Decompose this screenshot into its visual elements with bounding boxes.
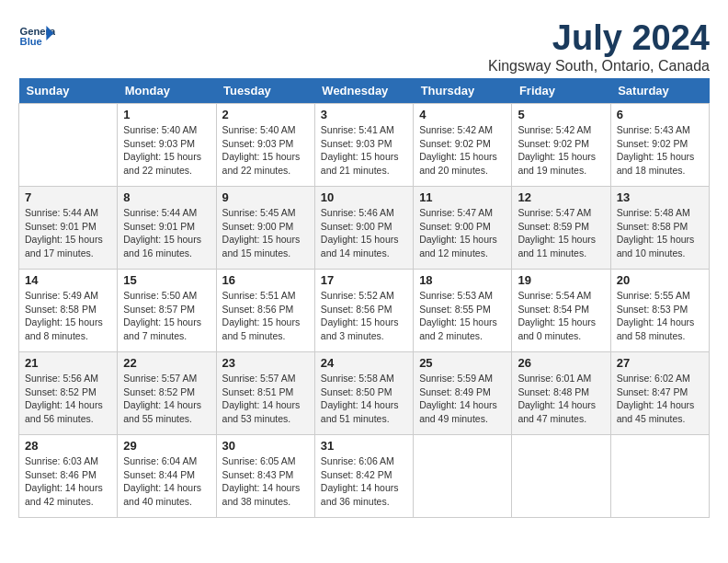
weekday-header-sunday: Sunday xyxy=(19,78,118,104)
day-info: Sunrise: 5:40 AM Sunset: 9:03 PM Dayligh… xyxy=(123,123,210,178)
calendar-cell: 25Sunrise: 5:59 AM Sunset: 8:49 PM Dayli… xyxy=(414,352,512,435)
calendar-cell xyxy=(610,435,709,518)
day-number: 7 xyxy=(25,190,111,204)
calendar-cell: 23Sunrise: 5:57 AM Sunset: 8:51 PM Dayli… xyxy=(216,352,314,435)
calendar-cell: 3Sunrise: 5:41 AM Sunset: 9:03 PM Daylig… xyxy=(314,104,413,187)
calendar-cell: 24Sunrise: 5:58 AM Sunset: 8:50 PM Dayli… xyxy=(314,352,413,435)
weekday-header-monday: Monday xyxy=(118,78,216,104)
day-number: 25 xyxy=(419,356,506,370)
calendar-cell: 19Sunrise: 5:54 AM Sunset: 8:54 PM Dayli… xyxy=(512,270,610,352)
day-info: Sunrise: 5:55 AM Sunset: 8:53 PM Dayligh… xyxy=(617,289,703,343)
day-number: 27 xyxy=(617,356,703,370)
day-number: 10 xyxy=(321,190,407,204)
day-number: 30 xyxy=(222,439,309,453)
day-number: 14 xyxy=(25,273,111,287)
calendar-week-row: 14Sunrise: 5:49 AM Sunset: 8:58 PM Dayli… xyxy=(19,270,710,352)
calendar-cell xyxy=(512,435,610,518)
day-info: Sunrise: 5:52 AM Sunset: 8:56 PM Dayligh… xyxy=(321,289,407,343)
day-number: 11 xyxy=(419,190,506,204)
day-info: Sunrise: 6:06 AM Sunset: 8:42 PM Dayligh… xyxy=(321,454,407,509)
calendar-cell: 8Sunrise: 5:44 AM Sunset: 9:01 PM Daylig… xyxy=(118,187,216,270)
calendar-cell: 16Sunrise: 5:51 AM Sunset: 8:56 PM Dayli… xyxy=(216,270,314,352)
calendar-week-row: 21Sunrise: 5:56 AM Sunset: 8:52 PM Dayli… xyxy=(19,352,710,435)
calendar-cell: 14Sunrise: 5:49 AM Sunset: 8:58 PM Dayli… xyxy=(19,270,118,352)
day-info: Sunrise: 6:03 AM Sunset: 8:46 PM Dayligh… xyxy=(25,454,111,509)
day-info: Sunrise: 5:57 AM Sunset: 8:52 PM Dayligh… xyxy=(123,372,210,426)
calendar-week-row: 7Sunrise: 5:44 AM Sunset: 9:01 PM Daylig… xyxy=(19,187,710,270)
weekday-header-wednesday: Wednesday xyxy=(314,78,413,104)
calendar-cell: 2Sunrise: 5:40 AM Sunset: 9:03 PM Daylig… xyxy=(216,104,314,187)
day-info: Sunrise: 5:41 AM Sunset: 9:03 PM Dayligh… xyxy=(321,123,407,178)
calendar-title: July 2024 xyxy=(488,18,710,58)
calendar-cell: 26Sunrise: 6:01 AM Sunset: 8:48 PM Dayli… xyxy=(512,352,610,435)
day-info: Sunrise: 5:56 AM Sunset: 8:52 PM Dayligh… xyxy=(25,372,111,426)
day-number: 24 xyxy=(321,356,407,370)
logo: General Blue xyxy=(18,18,59,55)
day-info: Sunrise: 5:58 AM Sunset: 8:50 PM Dayligh… xyxy=(321,372,407,426)
day-info: Sunrise: 5:59 AM Sunset: 8:49 PM Dayligh… xyxy=(419,372,506,426)
calendar-subtitle: Kingsway South, Ontario, Canada xyxy=(488,58,710,75)
calendar-cell: 9Sunrise: 5:45 AM Sunset: 9:00 PM Daylig… xyxy=(216,187,314,270)
title-section: July 2024 Kingsway South, Ontario, Canad… xyxy=(488,18,710,75)
day-number: 18 xyxy=(419,273,506,287)
logo-icon: General Blue xyxy=(18,18,55,55)
calendar-table: SundayMondayTuesdayWednesdayThursdayFrid… xyxy=(18,78,710,518)
day-number: 31 xyxy=(321,439,407,453)
day-number: 26 xyxy=(518,356,604,370)
day-info: Sunrise: 6:04 AM Sunset: 8:44 PM Dayligh… xyxy=(123,454,210,509)
day-number: 28 xyxy=(25,439,111,453)
page-header: General Blue July 2024 Kingsway South, O… xyxy=(18,18,710,75)
day-number: 19 xyxy=(518,273,604,287)
day-info: Sunrise: 5:40 AM Sunset: 9:03 PM Dayligh… xyxy=(222,123,309,178)
calendar-cell: 12Sunrise: 5:47 AM Sunset: 8:59 PM Dayli… xyxy=(512,187,610,270)
day-info: Sunrise: 5:57 AM Sunset: 8:51 PM Dayligh… xyxy=(222,372,309,426)
day-number: 4 xyxy=(419,108,506,121)
day-number: 5 xyxy=(518,108,604,121)
day-number: 6 xyxy=(617,108,703,121)
day-number: 16 xyxy=(222,273,309,287)
day-number: 15 xyxy=(123,273,210,287)
day-info: Sunrise: 5:53 AM Sunset: 8:55 PM Dayligh… xyxy=(419,289,506,343)
calendar-cell: 15Sunrise: 5:50 AM Sunset: 8:57 PM Dayli… xyxy=(118,270,216,352)
calendar-cell: 4Sunrise: 5:42 AM Sunset: 9:02 PM Daylig… xyxy=(414,104,512,187)
day-info: Sunrise: 5:51 AM Sunset: 8:56 PM Dayligh… xyxy=(222,289,309,343)
day-info: Sunrise: 5:50 AM Sunset: 8:57 PM Dayligh… xyxy=(123,289,210,343)
calendar-cell: 5Sunrise: 5:42 AM Sunset: 9:02 PM Daylig… xyxy=(512,104,610,187)
calendar-cell: 21Sunrise: 5:56 AM Sunset: 8:52 PM Dayli… xyxy=(19,352,118,435)
day-info: Sunrise: 5:47 AM Sunset: 9:00 PM Dayligh… xyxy=(419,206,506,260)
calendar-cell: 17Sunrise: 5:52 AM Sunset: 8:56 PM Dayli… xyxy=(314,270,413,352)
calendar-cell: 27Sunrise: 6:02 AM Sunset: 8:47 PM Dayli… xyxy=(610,352,709,435)
calendar-cell: 13Sunrise: 5:48 AM Sunset: 8:58 PM Dayli… xyxy=(610,187,709,270)
day-number: 9 xyxy=(222,190,309,204)
day-info: Sunrise: 5:43 AM Sunset: 9:02 PM Dayligh… xyxy=(617,123,703,178)
weekday-header-friday: Friday xyxy=(512,78,610,104)
day-number: 8 xyxy=(123,190,210,204)
day-number: 2 xyxy=(222,108,309,121)
weekday-header-saturday: Saturday xyxy=(610,78,709,104)
day-info: Sunrise: 5:49 AM Sunset: 8:58 PM Dayligh… xyxy=(25,289,111,343)
calendar-cell: 1Sunrise: 5:40 AM Sunset: 9:03 PM Daylig… xyxy=(118,104,216,187)
day-info: Sunrise: 6:05 AM Sunset: 8:43 PM Dayligh… xyxy=(222,454,309,509)
day-number: 1 xyxy=(123,108,210,121)
day-number: 12 xyxy=(518,190,604,204)
day-info: Sunrise: 5:44 AM Sunset: 9:01 PM Dayligh… xyxy=(123,206,210,260)
day-info: Sunrise: 5:45 AM Sunset: 9:00 PM Dayligh… xyxy=(222,206,309,260)
day-number: 20 xyxy=(617,273,703,287)
day-info: Sunrise: 5:48 AM Sunset: 8:58 PM Dayligh… xyxy=(617,206,703,260)
calendar-week-row: 1Sunrise: 5:40 AM Sunset: 9:03 PM Daylig… xyxy=(19,104,710,187)
calendar-cell: 6Sunrise: 5:43 AM Sunset: 9:02 PM Daylig… xyxy=(610,104,709,187)
day-info: Sunrise: 5:42 AM Sunset: 9:02 PM Dayligh… xyxy=(419,123,506,178)
calendar-cell: 29Sunrise: 6:04 AM Sunset: 8:44 PM Dayli… xyxy=(118,435,216,518)
day-info: Sunrise: 5:42 AM Sunset: 9:02 PM Dayligh… xyxy=(518,123,604,178)
day-info: Sunrise: 6:01 AM Sunset: 8:48 PM Dayligh… xyxy=(518,372,604,426)
day-number: 23 xyxy=(222,356,309,370)
weekday-header-tuesday: Tuesday xyxy=(216,78,314,104)
calendar-cell: 28Sunrise: 6:03 AM Sunset: 8:46 PM Dayli… xyxy=(19,435,118,518)
calendar-cell: 11Sunrise: 5:47 AM Sunset: 9:00 PM Dayli… xyxy=(414,187,512,270)
weekday-header-thursday: Thursday xyxy=(414,78,512,104)
day-info: Sunrise: 6:02 AM Sunset: 8:47 PM Dayligh… xyxy=(617,372,703,426)
day-info: Sunrise: 5:54 AM Sunset: 8:54 PM Dayligh… xyxy=(518,289,604,343)
day-info: Sunrise: 5:44 AM Sunset: 9:01 PM Dayligh… xyxy=(25,206,111,260)
day-number: 3 xyxy=(321,108,407,121)
day-number: 17 xyxy=(321,273,407,287)
